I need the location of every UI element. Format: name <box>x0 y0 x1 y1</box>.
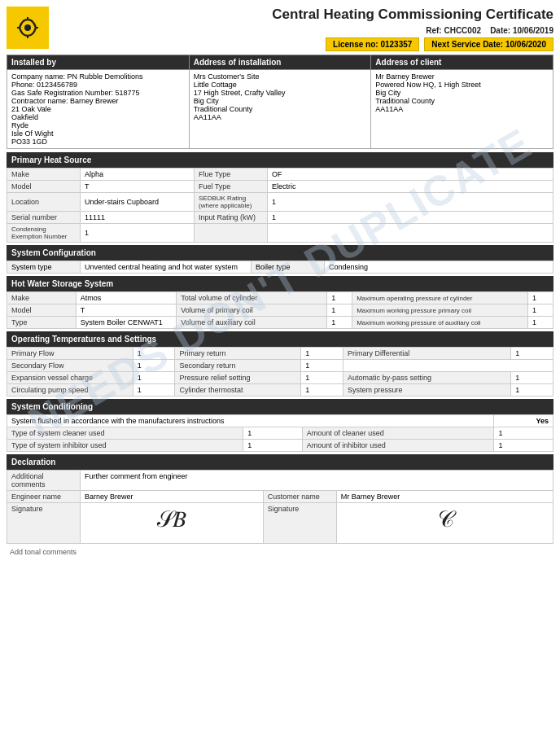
empty-label1 <box>195 224 268 243</box>
customer-name-label: Customer name <box>263 491 336 503</box>
add-comments-label: Additional comments <box>7 471 81 491</box>
sys-pressure-label: System pressure <box>343 384 510 396</box>
cleaner-amount-label: Amount of cleaner used <box>302 427 494 440</box>
ref-line: Ref: CHCC002 Date: 10/06/2019 <box>426 26 553 35</box>
sys-cond-table: System flushed in accordance with the ma… <box>7 414 553 452</box>
serial-value: 11111 <box>81 212 195 224</box>
flue-label: Flue Type <box>195 169 268 181</box>
ref-value: CHCC002 <box>444 26 481 35</box>
model-label: Model <box>7 181 81 193</box>
vol-prim-coil-value: 1 <box>327 304 352 317</box>
sec-return-value: 1 <box>301 360 343 372</box>
max-op-press-value: 1 <box>528 292 553 304</box>
company-name: Company name: PN Rubble Demolitions <box>11 72 185 81</box>
customer-name-value: Mr Barney Brewer <box>336 491 553 503</box>
license-badge: License no: 0123357 <box>326 37 419 51</box>
total-vol-label: Total volume of cylinder <box>177 292 327 304</box>
service-value: 10/06/2020 <box>505 40 546 49</box>
prim-diff-value: 1 <box>511 348 553 360</box>
license-value: 0123357 <box>380 40 412 49</box>
op-temps-header: Operating Temperatures and Settings <box>7 331 553 347</box>
address1: 21 Oak Vale <box>11 105 185 113</box>
sys-config-header: System Configuration <box>7 245 553 261</box>
boiler-type-label: Boiler type <box>252 261 325 274</box>
press-relief-value: 1 <box>301 372 343 384</box>
cyl-thermo-value: 1 <box>301 384 343 396</box>
sec-return-label: Secondary return <box>175 360 301 372</box>
sys-type-label: System type <box>7 261 81 274</box>
install-line5: Traditional County <box>194 105 367 113</box>
add-tonal-comments[interactable]: Add tonal comments <box>7 546 553 558</box>
cleaner-type-value: 1 <box>243 427 303 440</box>
sys-cond-header: System Conditioning <box>7 399 553 414</box>
inhibitor-type-value: 1 <box>243 440 303 452</box>
press-relief-label: Pressure relief setting <box>175 372 301 384</box>
add-comments-value: Further comment from engineer <box>81 471 553 491</box>
installed-by-header: Installed by <box>7 55 190 70</box>
flushed-value: Yes <box>494 415 553 427</box>
license-service-row: License no: 0123357 Next Service Date: 1… <box>326 37 553 51</box>
cust-signature: 𝒞 <box>341 505 549 534</box>
circ-pump-value: 1 <box>133 384 175 396</box>
prim-return-value: 1 <box>301 348 343 360</box>
make-label: Make <box>7 169 81 181</box>
primary-heat-header: Primary Heat Source <box>7 152 553 168</box>
max-op-press-label: Maximum operating pressure of cylinder <box>352 292 528 304</box>
svg-point-1 <box>24 24 31 31</box>
hw-make-value: Atmos <box>76 292 176 304</box>
declaration-header: Declaration <box>7 454 553 470</box>
exp-vessel-label: Expansion vessel charge <box>7 372 133 384</box>
hot-water-header: Hot Water Storage System <box>7 276 553 291</box>
license-label: License no: <box>333 40 378 49</box>
hw-make-label: Make <box>7 292 77 304</box>
fuel-label: Fuel Type <box>195 181 268 193</box>
client-line5: AA11AA <box>375 105 549 113</box>
inhibitor-amount-label: Amount of inhibitor used <box>302 440 494 452</box>
inhibitor-type-label: Type of system inhibitor used <box>7 440 243 452</box>
declaration-table: Additional comments Further comment from… <box>7 470 553 544</box>
sec-flow-value: 1 <box>133 360 175 372</box>
gas-safe: Gas Safe Registration Number: 518775 <box>11 89 185 97</box>
engineer-name-label: Engineer name <box>7 491 81 503</box>
auto-bypass-label: Automatic by-pass setting <box>343 372 510 384</box>
input-value: 1 <box>268 212 553 224</box>
cust-signature-cell: 𝒞 <box>336 503 553 544</box>
address2: Oakfield <box>11 113 185 121</box>
client-line2: Powered Now HQ, 1 High Street <box>375 81 549 89</box>
sys-pressure-value: 1 <box>511 384 553 396</box>
vol-prim-coil-label: Volume of primary coil <box>177 304 327 317</box>
hw-model-label: Model <box>7 304 77 317</box>
prim-flow-label: Primary Flow <box>7 348 133 360</box>
cleaner-type-label: Type of system cleaner used <box>7 427 243 440</box>
inhibitor-amount-value: 1 <box>494 440 553 452</box>
max-work-press-prim-value: 1 <box>528 304 553 317</box>
address-installation-header: Address of installation <box>189 55 371 70</box>
location-value: Under-stairs Cupboard <box>81 193 195 212</box>
address3: Ryde <box>11 121 185 129</box>
title-area: Central Heating Commissioning Certificat… <box>55 7 553 51</box>
empty-value1 <box>268 224 553 243</box>
auto-bypass-value: 1 <box>511 372 553 384</box>
eng-signature: 𝒮𝐵 <box>85 505 259 534</box>
hw-type-value: System Boiler CENWAT1 <box>76 317 176 329</box>
logo-box <box>7 7 49 49</box>
date-label: Date: <box>490 26 510 35</box>
service-badge: Next Service Date: 10/06/2020 <box>424 37 553 51</box>
address5: PO33 1GD <box>11 138 185 146</box>
install-line4: Big City <box>194 97 367 105</box>
cyl-thermo-label: Cylinder thermostat <box>175 384 301 396</box>
input-label: Input Rating (kW) <box>195 212 268 224</box>
contractor: Contractor name: Barney Brewer <box>11 97 185 105</box>
header: Central Heating Commissioning Certificat… <box>7 7 553 51</box>
engineer-name-value: Barney Brewer <box>81 491 264 503</box>
client-line4: Traditional County <box>375 97 549 105</box>
install-address: Mrs Customer's Site Little Cottage 17 Hi… <box>189 70 371 149</box>
installed-by-details: Company name: PN Rubble Demolitions Phon… <box>7 70 190 149</box>
phone: Phone: 0123456789 <box>11 81 185 89</box>
model-value: T <box>81 181 195 193</box>
hw-model-value: T <box>76 304 176 317</box>
fuel-value: Electric <box>268 181 553 193</box>
primary-heat-table: Make Alpha Flue Type OF Model T Fuel Typ… <box>7 168 553 243</box>
max-work-press-aux-label: Maximum working pressure of auxiliary co… <box>352 317 528 329</box>
ref-label: Ref: <box>426 26 441 35</box>
